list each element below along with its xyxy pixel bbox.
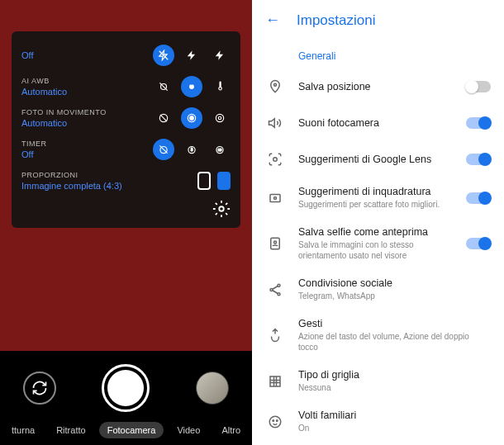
setting-title: Gesti xyxy=(298,318,491,329)
motion-value: Automatico xyxy=(21,118,107,128)
flash-value: Off xyxy=(21,50,33,60)
mode-portrait[interactable]: Ritratto xyxy=(48,422,93,438)
svg-text:10: 10 xyxy=(218,148,222,152)
ratio-169-icon[interactable] xyxy=(217,172,231,190)
camera-controls: tturna Ritratto Fotocamera Video Altro xyxy=(0,351,252,445)
selfie-icon xyxy=(265,236,285,251)
quick-settings-panel: Off AI AWB Automatico A FOTO IN MOVIMENT… xyxy=(12,31,240,228)
settings-title: Impostazioni xyxy=(297,12,375,29)
setting-subtitle: Nessuna xyxy=(298,382,491,393)
location-icon xyxy=(265,79,285,94)
timer-3s-icon[interactable]: 3 xyxy=(181,139,202,160)
flash-off-icon[interactable] xyxy=(153,45,174,66)
setting-title: Condivisione sociale xyxy=(298,277,491,289)
timer-row: TIMER Off 3 10 xyxy=(21,134,231,165)
svg-point-21 xyxy=(274,196,277,199)
setting-selfie-preview[interactable]: Salva selfie come anteprimaSalva le imma… xyxy=(252,218,504,269)
setting-lens-suggestions[interactable]: Suggerimenti di Google Lens xyxy=(252,141,504,178)
timer-label: TIMER xyxy=(21,140,47,148)
flash-auto-icon[interactable] xyxy=(181,45,202,66)
timer-value: Off xyxy=(21,149,47,159)
svg-point-19 xyxy=(273,158,278,162)
awb-value: Automatico xyxy=(21,87,67,97)
mode-more[interactable]: Altro xyxy=(213,422,249,438)
svg-point-8 xyxy=(190,116,194,121)
toggle-camera-sounds[interactable] xyxy=(466,117,491,129)
face-icon xyxy=(265,414,285,429)
mode-camera[interactable]: Fotocamera xyxy=(99,422,164,438)
mode-video[interactable]: Video xyxy=(169,422,208,438)
setting-title: Suggerimenti di inquadratura xyxy=(298,186,453,197)
svg-point-36 xyxy=(277,419,278,421)
svg-rect-20 xyxy=(270,194,280,201)
setting-subtitle: Suggerimenti per scattare foto migliori. xyxy=(298,199,453,210)
ratio-value: Immagine completa (4:3) xyxy=(21,181,122,191)
motion-auto-icon[interactable] xyxy=(181,107,202,129)
setting-title: Salva selfie come anteprima xyxy=(298,226,453,238)
toggle-save-location[interactable] xyxy=(466,81,491,92)
svg-point-35 xyxy=(273,419,274,421)
svg-line-27 xyxy=(273,286,278,289)
flash-on-icon[interactable] xyxy=(209,45,231,66)
setting-save-location[interactable]: Salva posizione xyxy=(252,69,504,105)
camera-screen: Off AI AWB Automatico A FOTO IN MOVIMENT… xyxy=(0,0,252,445)
mode-selector: tturna Ritratto Fotocamera Video Altro xyxy=(0,422,252,438)
setting-framing-hints[interactable]: Suggerimenti di inquadraturaSuggerimenti… xyxy=(252,178,504,218)
svg-point-18 xyxy=(274,83,277,86)
gesture-icon xyxy=(265,328,285,343)
setting-gestures[interactable]: GestiAzione del tasto del volume, Azione… xyxy=(252,310,504,361)
share-icon xyxy=(265,282,285,297)
motion-off-icon[interactable] xyxy=(153,107,174,129)
flash-row: Off xyxy=(21,40,231,71)
shutter-button[interactable] xyxy=(102,364,150,412)
mode-night[interactable]: tturna xyxy=(3,422,43,438)
setting-title: Suggerimenti di Google Lens xyxy=(298,154,453,165)
setting-subtitle: Telegram, WhatsApp xyxy=(298,291,491,301)
svg-line-28 xyxy=(273,290,278,293)
awb-row: AI AWB Automatico A xyxy=(21,71,231,102)
svg-point-25 xyxy=(270,288,273,291)
svg-point-26 xyxy=(278,292,280,295)
ratio-row: PROPORZIONI Immagine completa (4:3) xyxy=(21,165,231,196)
grid-icon xyxy=(265,374,285,389)
setting-familiar-faces[interactable]: Volti familiariOn xyxy=(252,401,504,442)
svg-point-23 xyxy=(274,241,277,244)
awb-temp-icon[interactable] xyxy=(209,76,231,97)
setting-title: Suoni fotocamera xyxy=(298,117,453,129)
awb-label: AI AWB xyxy=(21,77,67,85)
lens-icon xyxy=(265,152,285,167)
svg-text:A: A xyxy=(191,82,193,86)
svg-rect-29 xyxy=(270,376,280,386)
svg-text:3: 3 xyxy=(191,148,193,152)
timer-10s-icon[interactable]: 10 xyxy=(209,139,231,160)
setting-subtitle: On xyxy=(298,423,491,433)
settings-header: ← Impostazioni xyxy=(252,0,504,40)
setting-social-share[interactable]: Condivisione socialeTelegram, WhatsApp xyxy=(252,269,504,310)
svg-point-10 xyxy=(218,116,221,120)
toggle-framing-hints[interactable] xyxy=(466,192,491,204)
svg-line-6 xyxy=(160,115,167,121)
back-icon[interactable]: ← xyxy=(265,12,280,29)
motion-on-icon[interactable] xyxy=(209,107,231,129)
svg-point-34 xyxy=(269,416,281,428)
toggle-lens-suggestions[interactable] xyxy=(466,154,491,165)
svg-point-9 xyxy=(216,114,223,121)
switch-camera-button[interactable] xyxy=(23,372,56,405)
setting-title: Volti familiari xyxy=(298,409,491,421)
setting-title: Salva posizione xyxy=(298,81,453,92)
setting-grid-type[interactable]: Tipo di grigliaNessuna xyxy=(252,361,504,401)
svg-point-24 xyxy=(278,284,280,286)
toggle-selfie-preview[interactable] xyxy=(466,238,491,249)
awb-off-icon[interactable] xyxy=(153,76,174,97)
ratio-label: PROPORZIONI xyxy=(21,171,122,179)
svg-point-17 xyxy=(219,206,224,211)
awb-auto-icon[interactable]: A xyxy=(181,76,202,97)
timer-off-icon[interactable] xyxy=(153,139,174,160)
setting-subtitle: Salva le immagini con lo stesso orientam… xyxy=(298,239,453,261)
gallery-thumbnail[interactable] xyxy=(196,372,229,405)
ratio-43-icon[interactable] xyxy=(197,172,211,190)
motion-row: FOTO IN MOVIMENTO Automatico xyxy=(21,102,231,134)
settings-gear-icon[interactable] xyxy=(212,200,231,218)
setting-camera-sounds[interactable]: Suoni fotocamera xyxy=(252,105,504,141)
frame-icon xyxy=(265,191,285,206)
